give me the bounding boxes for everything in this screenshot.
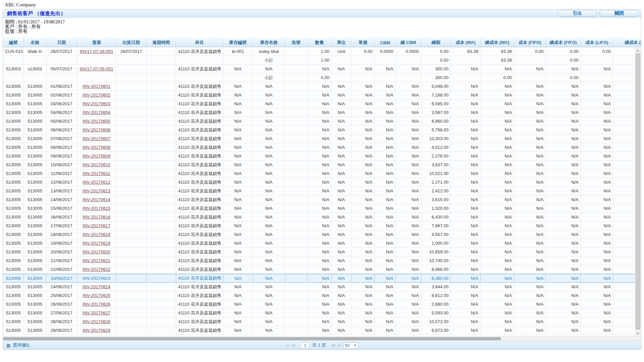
- horizontal-scrollbar[interactable]: [3, 336, 641, 341]
- table-row[interactable]: S13005S1300515/06/2017INV-2017061541110 …: [3, 204, 641, 213]
- invoice-link[interactable]: INV-20170627: [83, 310, 110, 315]
- invoice-link[interactable]: INV-20170622: [83, 267, 110, 272]
- invoice-link[interactable]: INV17-07-26-001: [80, 49, 113, 54]
- invoice-link[interactable]: INV-20170629: [83, 328, 110, 333]
- invoice-link[interactable]: INV-20170601: [83, 84, 110, 89]
- col-header-stock-code[interactable]: 庫存編號: [223, 38, 253, 47]
- table-row[interactable]: S13005S1300516/06/2017INV-2017061641110 …: [3, 213, 641, 222]
- invoice-link[interactable]: INV-20170605: [83, 119, 110, 124]
- table-row[interactable]: S13005S1300505/06/2017INV-2017060541110 …: [3, 117, 641, 126]
- invoice-link[interactable]: INV-20170621: [83, 258, 110, 263]
- col-header-total-cost-fifo[interactable]: 總成本 (FIFO): [546, 38, 581, 47]
- invoice-link[interactable]: INV-20170602: [83, 93, 110, 98]
- last-page-icon[interactable]: ▶|: [338, 344, 340, 347]
- next-page-icon[interactable]: ▶▶: [331, 344, 335, 347]
- table-row[interactable]: S13005S1300508/06/2017INV-2017060841110 …: [3, 143, 641, 152]
- table-row[interactable]: S13005S1300504/06/2017INV-2017060441110 …: [3, 108, 641, 117]
- invoice-link[interactable]: INV-20170614: [83, 197, 110, 202]
- col-header-cbm[interactable]: CBM: [375, 38, 395, 47]
- table-row[interactable]: S13005S1300511/06/2017INV-2017061141110 …: [3, 169, 641, 178]
- col-header-total-cbm[interactable]: 總 CBM: [396, 38, 421, 47]
- invoice-link[interactable]: INV-20170619: [83, 241, 110, 246]
- col-header-unit[interactable]: 單位: [332, 38, 351, 47]
- invoice-link[interactable]: INV-20170604: [83, 110, 110, 115]
- table-row[interactable]: S13005S1300520/06/2017INV-2017062041110 …: [3, 248, 641, 256]
- invoice-link[interactable]: INV-20170616: [83, 215, 110, 220]
- col-header-code[interactable]: 編號: [3, 38, 24, 47]
- invoice-link[interactable]: INV17-07-05-001: [80, 66, 113, 71]
- select-columns-button[interactable]: ▦ 選擇欄位: [6, 342, 30, 348]
- page-number-input[interactable]: [301, 342, 310, 348]
- table-row[interactable]: S13005S1300506/06/2017INV-2017060641110 …: [3, 126, 641, 134]
- horizontal-scrollbar-thumb[interactable]: [3, 337, 501, 340]
- invoice-link[interactable]: INV-20170625: [83, 293, 110, 298]
- close-button[interactable]: 關閉: [599, 10, 639, 17]
- table-row[interactable]: S13005S1300514/06/2017INV-2017061441110 …: [3, 195, 641, 204]
- invoice-link[interactable]: INV-20170620: [83, 249, 110, 254]
- invoice-link[interactable]: INV-20170609: [83, 154, 110, 159]
- invoice-link[interactable]: INV-20170613: [83, 188, 110, 193]
- invoice-link[interactable]: INV-20170615: [83, 206, 110, 211]
- col-header-batch-no[interactable]: 批號: [285, 38, 307, 47]
- invoice-link[interactable]: INV-20170623: [83, 276, 110, 281]
- col-header-total-amount[interactable]: 總額: [421, 38, 451, 47]
- prev-page-icon[interactable]: ◀◀: [291, 344, 295, 347]
- table-row[interactable]: 小計0.00300.000.000.00: [3, 73, 641, 82]
- invoice-link[interactable]: INV-20170624: [83, 284, 110, 289]
- table-row[interactable]: S13005S1300529/06/2017INV-2017062941110 …: [3, 326, 641, 335]
- table-row[interactable]: S13005S1300502/06/2017INV-2017060241110 …: [3, 91, 641, 100]
- table-row[interactable]: S13005S1300526/06/2017INV-2017062641110 …: [3, 300, 641, 309]
- invoice-link[interactable]: INV-20170606: [83, 127, 110, 132]
- invoice-link[interactable]: INV-20170626: [83, 302, 110, 307]
- table-row[interactable]: S13005S1300528/06/2017INV-2017062841110 …: [3, 317, 641, 326]
- col-header-total-cost-wa[interactable]: 總成本 (WA): [481, 38, 514, 47]
- invoice-link[interactable]: INV-20170608: [83, 145, 110, 150]
- invoice-link[interactable]: INV-20170610: [83, 162, 110, 167]
- table-row[interactable]: S13005S1300525/06/2017INV-2017062541110 …: [3, 291, 641, 300]
- scroll-up-icon[interactable]: ▲: [635, 48, 641, 53]
- col-header-account[interactable]: 科目: [176, 38, 223, 47]
- col-header-ship-date[interactable]: 出貨日期: [116, 38, 146, 47]
- table-row[interactable]: S13005S1300517/06/2017INV-2017061741110 …: [3, 222, 641, 230]
- table-row[interactable]: S13005S1300524/06/2017INV-2017062441110 …: [3, 283, 641, 291]
- table-row[interactable]: 小計1.000.0083.390.00: [3, 56, 641, 65]
- table-row[interactable]: S13005S1300521/06/2017INV-2017062141110 …: [3, 256, 641, 265]
- table-row[interactable]: S13003s1300305/07/2017INV17-07-05-001411…: [3, 65, 641, 73]
- table-row[interactable]: S13005S1300522/06/2017INV-2017062241110 …: [3, 265, 641, 274]
- invoice-link[interactable]: INV-20170612: [83, 180, 110, 185]
- table-row[interactable]: CUS-010Walk In26/07/2017INV17-07-26-0012…: [3, 47, 641, 56]
- table-row[interactable]: S13005S1300527/06/2017INV-2017062741110 …: [3, 309, 641, 317]
- table-row[interactable]: S13005S1300509/06/2017INV-2017060941110 …: [3, 152, 641, 161]
- first-page-icon[interactable]: |◀: [286, 344, 288, 347]
- table-row[interactable]: S13005S1300510/06/2017INV-2017061041110 …: [3, 161, 641, 169]
- col-header-cost-fifo[interactable]: 成本 (FIFO): [514, 38, 546, 47]
- col-header-name[interactable]: 名稱: [24, 38, 46, 47]
- col-header-unit-price[interactable]: 單價: [351, 38, 375, 47]
- col-header-total-cost-lifo[interactable]: 總成本 (LIFO): [613, 38, 641, 47]
- vertical-scrollbar-thumb[interactable]: [636, 53, 640, 329]
- col-header-cost-lifo[interactable]: 成本 (LIFO): [581, 38, 613, 47]
- col-header-overdue-time[interactable]: 逾期時間: [147, 38, 176, 47]
- invoice-link[interactable]: INV-20170603: [83, 101, 110, 106]
- col-header-stock-name[interactable]: 庫存名稱: [253, 38, 285, 47]
- table-row[interactable]: S13005S1300512/06/2017INV-2017061241110 …: [3, 178, 641, 187]
- table-row[interactable]: S13005S1300519/06/2017INV-2017061941110 …: [3, 239, 641, 248]
- table-row[interactable]: S13005S1300507/06/2017INV-2017060741110 …: [3, 134, 641, 143]
- invoice-link[interactable]: INV-20170617: [83, 223, 110, 228]
- scroll-down-icon[interactable]: ▼: [635, 331, 641, 336]
- table-row[interactable]: S13005S1300523/06/2017INV-2017062341110 …: [3, 274, 641, 283]
- col-header-qty[interactable]: 數量: [308, 38, 332, 47]
- export-button[interactable]: 引出: [557, 10, 597, 17]
- page-size-select[interactable]: 50 ▼: [343, 342, 358, 349]
- invoice-link[interactable]: INV-20170607: [83, 136, 110, 141]
- invoice-link[interactable]: INV-20170628: [83, 319, 110, 324]
- table-row[interactable]: S13005S1300518/06/2017INV-2017061841110 …: [3, 230, 641, 239]
- table-row[interactable]: S13005S1300501/06/2017INV-2017060141110 …: [3, 82, 641, 91]
- vertical-scrollbar[interactable]: ▲ ▼: [635, 48, 641, 336]
- table-row[interactable]: S13005S1300513/06/2017INV-2017061341110 …: [3, 187, 641, 195]
- col-header-cost-wa[interactable]: 成本 (WA): [451, 38, 480, 47]
- col-header-date[interactable]: 日期: [46, 38, 77, 47]
- table-row[interactable]: S13005S1300503/06/2017INV-2017060341110 …: [3, 100, 641, 108]
- col-header-invoice[interactable]: 發票: [77, 38, 116, 47]
- invoice-link[interactable]: INV-20170611: [83, 171, 110, 176]
